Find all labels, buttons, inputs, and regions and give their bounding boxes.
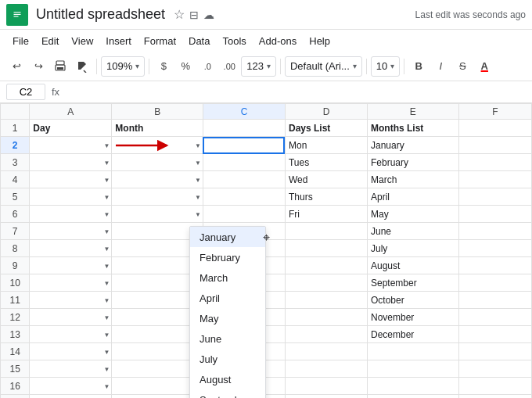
cell-d10[interactable] xyxy=(285,274,367,292)
cell-a17[interactable] xyxy=(30,395,112,399)
col-header-d[interactable]: D xyxy=(285,104,367,120)
cell-b5[interactable] xyxy=(112,188,203,206)
cell-d2[interactable]: Mon xyxy=(285,137,367,154)
dropdown-item-june[interactable]: June xyxy=(190,328,265,349)
cell-e17[interactable] xyxy=(367,395,458,399)
cell-b2[interactable] xyxy=(112,137,203,154)
cell-a10[interactable] xyxy=(30,274,112,292)
cell-d8[interactable] xyxy=(285,240,367,257)
cell-d13[interactable] xyxy=(285,326,367,343)
cell-e9[interactable]: August xyxy=(367,257,458,274)
cell-b3[interactable] xyxy=(112,154,203,171)
cell-b1[interactable]: Month xyxy=(112,120,203,137)
cell-a1[interactable]: Day xyxy=(30,120,112,137)
cell-e10[interactable]: September xyxy=(367,274,458,292)
cell-e2[interactable]: January xyxy=(367,137,458,154)
cell-f3[interactable] xyxy=(458,154,531,171)
dropdown-item-january[interactable]: January xyxy=(190,227,265,247)
cell-f2[interactable] xyxy=(458,137,531,154)
menu-edit[interactable]: Edit xyxy=(35,32,65,50)
percent-button[interactable]: % xyxy=(175,56,196,77)
cell-a8[interactable] xyxy=(30,240,112,257)
dropdown-item-march[interactable]: March xyxy=(190,267,265,288)
cell-d14[interactable] xyxy=(285,343,367,360)
currency-button[interactable]: $ xyxy=(153,56,174,77)
dropdown-item-july[interactable]: July xyxy=(190,349,265,369)
cell-f17[interactable] xyxy=(458,395,531,399)
cell-a7[interactable] xyxy=(30,223,112,240)
col-header-e[interactable]: E xyxy=(367,104,458,120)
cell-d7[interactable] xyxy=(285,223,367,240)
cell-reference-input[interactable] xyxy=(6,84,45,100)
cell-a2[interactable] xyxy=(30,137,112,154)
strikethrough-button[interactable]: S xyxy=(452,56,473,77)
menu-data[interactable]: Data xyxy=(182,32,216,50)
paint-format-button[interactable] xyxy=(72,56,92,77)
cell-d9[interactable] xyxy=(285,257,367,274)
cell-f5[interactable] xyxy=(458,188,531,206)
cell-a16[interactable] xyxy=(30,378,112,395)
cell-f7[interactable] xyxy=(458,223,531,240)
zoom-select[interactable]: 109% ▾ xyxy=(101,56,145,77)
menu-tools[interactable]: Tools xyxy=(216,32,252,50)
undo-button[interactable]: ↩ xyxy=(6,56,27,77)
cell-a12[interactable] xyxy=(30,309,112,326)
cell-f4[interactable] xyxy=(458,171,531,188)
dropdown-item-may[interactable]: May xyxy=(190,308,265,328)
cell-c4[interactable] xyxy=(203,171,285,188)
cloud-icon[interactable]: ☁ xyxy=(203,9,214,21)
cell-d17[interactable] xyxy=(285,395,367,399)
menu-view[interactable]: View xyxy=(65,32,99,50)
col-header-f[interactable]: F xyxy=(458,104,531,120)
cell-e7[interactable]: June xyxy=(367,223,458,240)
cell-e15[interactable] xyxy=(367,360,458,378)
cell-d4[interactable]: Wed xyxy=(285,171,367,188)
cell-d1[interactable]: Days List xyxy=(285,120,367,137)
cell-f8[interactable] xyxy=(458,240,531,257)
menu-format[interactable]: Format xyxy=(138,32,182,50)
cell-e5[interactable]: April xyxy=(367,188,458,206)
dropdown-item-august[interactable]: August xyxy=(190,369,265,389)
star-icon[interactable]: ☆ xyxy=(174,7,185,22)
autocomplete-dropdown[interactable]: January February March April May June Ju… xyxy=(189,226,266,398)
col-header-b[interactable]: B xyxy=(112,104,203,120)
formula-input[interactable] xyxy=(64,86,526,98)
cell-f13[interactable] xyxy=(458,326,531,343)
dropdown-item-april[interactable]: April xyxy=(190,288,265,308)
col-header-a[interactable]: A xyxy=(30,104,112,120)
cell-f12[interactable] xyxy=(458,309,531,326)
cell-a15[interactable] xyxy=(30,360,112,378)
dec-increase-button[interactable]: .00 xyxy=(219,56,239,77)
cell-a11[interactable] xyxy=(30,292,112,309)
cell-f10[interactable] xyxy=(458,274,531,292)
cell-d11[interactable] xyxy=(285,292,367,309)
menu-insert[interactable]: Insert xyxy=(99,32,138,50)
dropdown-item-september[interactable]: September xyxy=(190,389,265,398)
cell-d5[interactable]: Thurs xyxy=(285,188,367,206)
cell-a3[interactable] xyxy=(30,154,112,171)
bold-button[interactable]: B xyxy=(408,56,429,77)
cell-d12[interactable] xyxy=(285,309,367,326)
col-header-c[interactable]: C xyxy=(203,104,285,120)
cell-b4[interactable] xyxy=(112,171,203,188)
font-size-select[interactable]: 10▾ xyxy=(371,56,400,77)
dropdown-item-february[interactable]: February xyxy=(190,247,265,267)
cell-c2[interactable] xyxy=(203,137,285,154)
cell-f6[interactable] xyxy=(458,206,531,223)
cell-e8[interactable]: July xyxy=(367,240,458,257)
cell-e3[interactable]: February xyxy=(367,154,458,171)
document-title[interactable]: Untitled spreadsheet xyxy=(36,6,165,23)
cell-a5[interactable] xyxy=(30,188,112,206)
cell-a14[interactable] xyxy=(30,343,112,360)
menu-help[interactable]: Help xyxy=(303,32,336,50)
menu-addons[interactable]: Add-ons xyxy=(253,32,303,50)
cell-c3[interactable] xyxy=(203,154,285,171)
cell-e13[interactable]: December xyxy=(367,326,458,343)
cell-f14[interactable] xyxy=(458,343,531,360)
drive-icon[interactable]: ⊟ xyxy=(189,9,199,21)
cell-a4[interactable] xyxy=(30,171,112,188)
dec-decrease-button[interactable]: .0 xyxy=(197,56,217,77)
cell-f9[interactable] xyxy=(458,257,531,274)
cell-c1[interactable] xyxy=(203,120,285,137)
italic-button[interactable]: I xyxy=(430,56,451,77)
